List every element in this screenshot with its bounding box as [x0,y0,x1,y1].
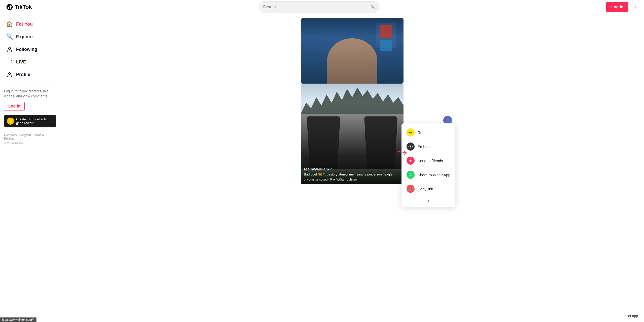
live-icon [6,58,13,65]
more-menu-button[interactable]: ⋮ [632,4,638,10]
arrow-indicator [395,146,410,157]
footer-link-program[interactable]: Program [19,133,31,137]
sidebar-item-label: Following [16,47,37,52]
share-repost[interactable]: ↩ Repost [401,125,455,139]
search-button[interactable]: 🔍 [366,2,379,13]
create-effects-banner[interactable]: ⭐ Create TikTok effects, get a reward › [4,115,56,127]
repost-icon: ↩ [407,128,415,136]
explore-icon: 🔍 [6,33,13,40]
face-shape [327,38,377,84]
svg-point-0 [9,47,11,49]
verified-badge: ✓ [330,167,332,171]
svg-rect-1 [7,60,11,63]
sidebar-item-label: Explore [16,34,33,40]
chevron-right-icon: › [52,119,53,123]
create-effects-label: Create TikTok effects, get a reward [16,117,50,125]
copyright: © 2024 TikTok [4,141,56,145]
sidebar-nav: 🏠 For You 🔍 Explore Following LIVE Profi… [0,18,60,81]
sidebar-divider [4,84,56,84]
home-icon: 🏠 [6,21,13,28]
video-feed: realraywilliam ✓ Bad dog! 🦮 #truestory #… [301,14,404,188]
video-card-2: realraywilliam ✓ Bad dog! 🦮 #truestory #… [301,84,404,184]
share-whatsapp[interactable]: ✆ Share to WhatsApp [401,168,455,182]
embed-label: Embed [418,145,430,149]
sidebar-login-prompt: Log in to follow creators, like videos, … [0,87,60,102]
tree-shape [301,86,404,114]
sidebar: 🏠 For You 🔍 Explore Following LIVE Profi… [0,14,60,188]
svg-point-2 [9,73,11,75]
header-right: Log in ⋮ [606,2,638,12]
header: TikTok 🔍 Log in ⋮ [0,0,644,14]
repost-label: Repost [418,130,430,135]
sidebar-item-live[interactable]: LIVE [2,56,58,68]
logo-text: TikTok [15,4,32,10]
tree-silhouette [301,84,404,114]
shelf-decoration [376,23,396,48]
whatsapp-label: Share to WhatsApp [418,173,450,177]
copy-icon: 🔗 [407,185,415,188]
video-thumbnail-1[interactable] [301,18,404,84]
video-card-1 [301,18,404,84]
sidebar-item-profile[interactable]: Profile [2,68,58,81]
friends-icon: ✈ [407,157,415,165]
tiktok-icon [6,4,13,11]
following-icon [6,46,13,53]
sidebar-item-label: LIVE [16,59,26,65]
video-username-2: realraywilliam ✓ [304,167,400,171]
effects-icon: ⭐ [7,118,14,125]
sidebar-item-label: For You [16,22,33,27]
logo[interactable]: TikTok [6,4,32,11]
video-thumbnail-2[interactable]: realraywilliam ✓ Bad dog! 🦮 #truestory #… [301,84,404,184]
sidebar-login-button[interactable]: Log in [4,102,25,111]
friends-label: Send to friends [418,159,443,163]
main-content: realraywilliam ✓ Bad dog! 🦮 #truestory #… [60,0,644,188]
search-icon: 🔍 [371,5,375,9]
sidebar-footer: Company Program Terms & Policies © 2024 … [0,131,60,147]
profile-icon [6,71,13,78]
music-icon: ♪ [304,178,305,181]
sidebar-item-following[interactable]: Following [2,43,58,55]
sidebar-item-for-you[interactable]: 🏠 For You [2,18,58,30]
video-info-2: realraywilliam ✓ Bad dog! 🦮 #truestory #… [301,164,404,184]
sidebar-item-explore[interactable]: 🔍 Explore [2,31,58,43]
video-tags-2: #truestory #truecrime #sandrasanderson #… [323,172,392,176]
footer-links: Company Program Terms & Policies [4,133,56,140]
share-copy[interactable]: 🔗 Copy link [401,182,455,188]
sidebar-item-label: Profile [16,72,30,77]
video-desc-2: Bad dog! 🦮 #truestory #truecrime #sandra… [304,172,400,177]
login-button[interactable]: Log in [606,2,628,12]
copy-label: Copy link [418,187,433,189]
whatsapp-icon: ✆ [407,171,415,179]
search-input[interactable] [259,5,366,9]
search-bar: 🔍 [259,1,379,13]
video-sound-2: ♪ ♪ original sound - Ray William Johnson [304,178,400,181]
footer-link-company[interactable]: Company [4,133,17,137]
